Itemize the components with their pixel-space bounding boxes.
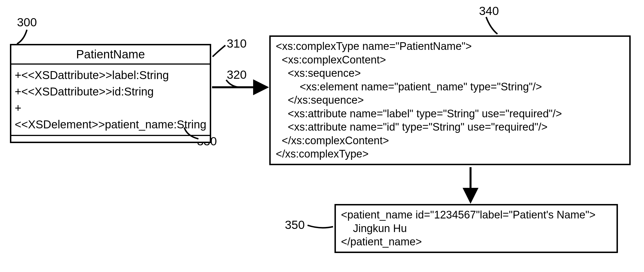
arrow-xsd-to-xml [0, 0, 644, 272]
